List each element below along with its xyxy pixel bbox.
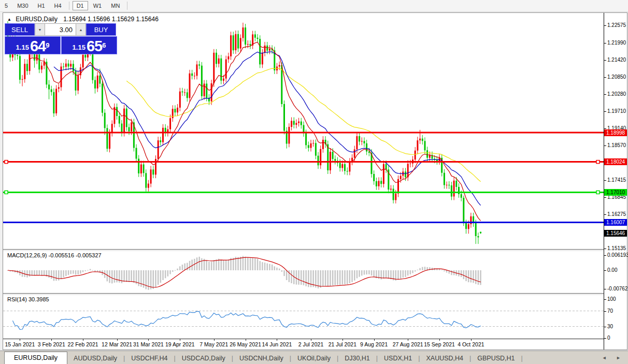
tab-gbpusd-h1[interactable]: GBPUSD,H1: [471, 353, 521, 364]
candle-body: [315, 143, 317, 155]
candle-body: [465, 223, 467, 229]
time-tick-mark: [342, 339, 343, 341]
tab-eurusd-daily[interactable]: EURUSD,Daily: [4, 352, 67, 364]
candle-body: [400, 176, 402, 179]
timeframe-button-5[interactable]: 5: [1, 1, 12, 10]
tab-audusd-daily[interactable]: AUDUSD,Daily: [67, 353, 123, 364]
macd-histogram-bar: [55, 270, 57, 281]
timeframe-button-d1[interactable]: D1: [73, 1, 88, 10]
candle-body: [405, 171, 406, 177]
candle-body: [409, 164, 411, 164]
macd-histogram-bar: [463, 270, 465, 279]
candle-body: [218, 59, 220, 64]
timeframe-button-w1[interactable]: W1: [89, 1, 106, 10]
macd-histogram-bar: [441, 270, 443, 270]
macd-histogram-bar: [254, 258, 256, 270]
tab-dj30-h1[interactable]: DJ30,H1: [338, 353, 376, 364]
macd-histogram-bar: [172, 270, 174, 272]
tab-ukoil-daily[interactable]: UKOil,Daily: [291, 353, 337, 364]
buy-button[interactable]: BUY: [86, 23, 116, 36]
tab-scroll-right-button[interactable]: ►: [616, 355, 625, 360]
macd-histogram-bar: [131, 270, 132, 282]
candle-body: [136, 148, 137, 159]
macd-histogram-bar: [169, 270, 171, 274]
ask-price-sup: 6: [102, 37, 106, 54]
candle-body: [480, 232, 481, 234]
candle-body: [223, 79, 224, 81]
macd-histogram-bar: [262, 262, 263, 270]
candle-body: [424, 141, 426, 150]
candle-body: [68, 64, 69, 67]
macd-histogram-bar: [82, 270, 84, 272]
tab-usdcad-daily[interactable]: USDCAD,Daily: [176, 353, 232, 364]
tab-xauusd-h4[interactable]: XAUUSD,H4: [420, 353, 470, 364]
candle-body: [393, 189, 394, 200]
line-handle[interactable]: [596, 191, 600, 194]
candle-body: [453, 181, 455, 197]
time-axis[interactable]: 15 Jan 20213 Feb 202122 Feb 202112 Mar 2…: [3, 340, 604, 350]
candle-body: [417, 140, 418, 151]
candle-body: [143, 165, 145, 173]
timeframe-button-mn[interactable]: MN: [107, 1, 124, 10]
line-handle[interactable]: [5, 191, 8, 194]
macd-histogram-bar: [242, 256, 244, 270]
tab-usdcnh-daily[interactable]: USDCNH,Daily: [233, 353, 290, 364]
candle-body: [390, 189, 392, 190]
macd-histogram-bar: [267, 264, 268, 270]
macd-histogram-bar: [51, 270, 52, 279]
tab-usdchf-h4[interactable]: USDCHF,H4: [125, 353, 174, 364]
sell-button[interactable]: SELL: [5, 23, 35, 36]
moving-average-20-line: [54, 52, 481, 206]
candle-body: [22, 79, 23, 80]
time-tick-mark: [214, 339, 215, 341]
pane-separator[interactable]: [3, 249, 604, 252]
macd-histogram-bar: [63, 270, 64, 278]
candle-body: [349, 162, 350, 171]
macd-histogram-bar: [468, 270, 469, 282]
candle-body: [104, 113, 106, 128]
volume-input[interactable]: [45, 23, 76, 36]
price-chart-canvas[interactable]: [3, 13, 604, 339]
macd-histogram-bar: [158, 270, 159, 285]
candle-body: [468, 224, 469, 229]
macd-histogram-bar: [424, 267, 426, 270]
collapse-arrow-icon[interactable]: ▲: [7, 17, 11, 22]
price-tick: 1.21990: [607, 40, 626, 46]
macd-histogram-bar: [92, 270, 94, 271]
macd-histogram-bar: [301, 270, 302, 285]
volume-decrease-button[interactable]: ▼: [35, 23, 45, 36]
timeframe-button-h1[interactable]: H1: [34, 1, 49, 10]
line-handle[interactable]: [5, 161, 8, 164]
macd-histogram-bar: [296, 270, 297, 285]
macd-histogram-bar: [451, 270, 452, 275]
candle-body: [283, 104, 285, 131]
timeframe-button-m30[interactable]: M30: [13, 1, 32, 10]
candle-body: [116, 107, 118, 116]
macd-histogram-bar: [260, 261, 261, 270]
time-tick-mark: [148, 339, 149, 341]
candle-body: [225, 60, 227, 79]
macd-histogram-bar: [70, 270, 72, 274]
candle-body: [264, 46, 266, 53]
macd-histogram-bar: [356, 270, 358, 279]
volume-increase-button[interactable]: ▲: [76, 23, 86, 36]
tab-scroll-left-button[interactable]: ◄: [602, 355, 611, 360]
macd-histogram-bar: [354, 270, 355, 281]
candle-body: [216, 53, 217, 64]
pane-separator[interactable]: [3, 293, 604, 296]
price-tick: 1.21420: [607, 57, 626, 63]
tab-usdx-h1[interactable]: USDX,H1: [378, 353, 418, 364]
time-tick-mark: [408, 339, 408, 341]
macd-histogram-bar: [179, 266, 181, 270]
timeframe-button-h4[interactable]: H4: [50, 1, 66, 10]
macd-histogram-bar: [87, 270, 89, 271]
candle-body: [19, 56, 21, 80]
price-axis[interactable]: 1.225751.219901.214201.208501.202801.197…: [604, 13, 627, 350]
chart-tab-bar: EURUSD,DailyAUDUSD,Daily|USDCHF,H4|USDCA…: [0, 351, 628, 364]
macd-histogram-bar: [279, 269, 280, 270]
line-handle[interactable]: [596, 161, 600, 164]
candle-body: [121, 124, 123, 133]
candle-body: [189, 74, 191, 98]
candle-body: [359, 136, 360, 141]
macd-histogram-bar: [19, 270, 21, 275]
